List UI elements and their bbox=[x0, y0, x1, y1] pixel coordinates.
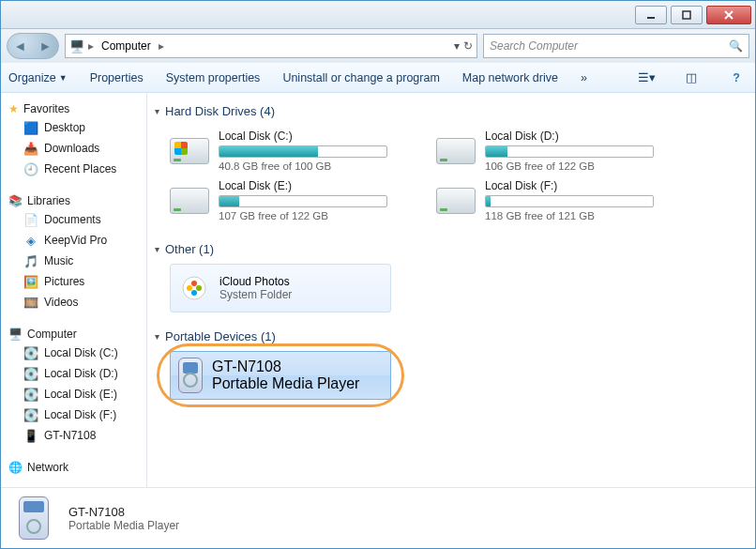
drive-icon: 💽 bbox=[23, 366, 38, 381]
videos-icon: 🎞️ bbox=[23, 295, 38, 310]
drive-free-text: 118 GB free of 121 GB bbox=[485, 210, 680, 221]
drive-free-text: 107 GB free of 122 GB bbox=[219, 210, 414, 221]
details-sub: Portable Media Player bbox=[68, 519, 179, 532]
capacity-bar bbox=[485, 195, 654, 207]
icloud-photos-item[interactable]: iCloud Photos System Folder bbox=[170, 264, 391, 313]
close-button[interactable] bbox=[706, 6, 751, 24]
network-icon: 🌐 bbox=[8, 461, 23, 474]
sidebar-item-keepvid[interactable]: ◈KeepVid Pro bbox=[5, 230, 143, 251]
search-placeholder: Search Computer bbox=[490, 39, 578, 53]
properties-button[interactable]: Properties bbox=[90, 71, 144, 84]
icloud-photos-sub: System Folder bbox=[219, 288, 292, 301]
sidebar-item-desktop[interactable]: 🟦Desktop bbox=[5, 117, 143, 138]
network-label: Network bbox=[27, 461, 68, 474]
sidebar-computer-header[interactable]: 🖥️ Computer bbox=[5, 326, 143, 343]
drive-name: Local Disk (D:) bbox=[485, 130, 680, 143]
libraries-label: Libraries bbox=[27, 194, 70, 207]
capacity-bar bbox=[485, 145, 654, 158]
titlebar bbox=[1, 1, 755, 29]
sidebar-item-drive-f[interactable]: 💽Local Disk (F:) bbox=[5, 404, 143, 425]
capacity-bar bbox=[219, 145, 387, 158]
back-icon: ◄ bbox=[14, 38, 27, 53]
section-other-header[interactable]: Other (1) bbox=[155, 236, 746, 264]
details-title: GT-N7108 bbox=[68, 505, 179, 519]
drive-item[interactable]: Local Disk (C:) 40.8 GB free of 100 GB bbox=[170, 130, 414, 172]
navigation-pane: ★ Favorites 🟦Desktop 📥Downloads 🕘Recent … bbox=[1, 93, 147, 487]
sidebar-favorites-header[interactable]: ★ Favorites bbox=[5, 100, 143, 117]
svg-point-5 bbox=[191, 281, 197, 286]
body: ★ Favorites 🟦Desktop 📥Downloads 🕘Recent … bbox=[1, 93, 755, 487]
drive-icon bbox=[170, 181, 209, 221]
drive-item[interactable]: Local Disk (E:) 107 GB free of 122 GB bbox=[170, 179, 414, 221]
nav-buttons[interactable]: ◄ ► bbox=[7, 33, 59, 59]
capacity-bar bbox=[219, 195, 387, 207]
chevron-right-icon: ▸ bbox=[88, 39, 94, 53]
desktop-icon: 🟦 bbox=[23, 120, 38, 135]
history-dropdown-icon[interactable]: ▾ bbox=[454, 39, 460, 53]
svg-point-8 bbox=[187, 285, 192, 291]
drive-item[interactable]: Local Disk (F:) 118 GB free of 121 GB bbox=[436, 179, 680, 221]
sidebar-item-gtn7108[interactable]: 📱GT-N7108 bbox=[5, 425, 143, 446]
drive-name: Local Disk (F:) bbox=[485, 179, 680, 192]
sidebar-item-documents[interactable]: 📄Documents bbox=[5, 209, 143, 230]
refresh-icon[interactable]: ↻ bbox=[463, 39, 473, 53]
drive-icon: 💽 bbox=[23, 407, 38, 422]
star-icon: ★ bbox=[8, 102, 19, 115]
music-icon: 🎵 bbox=[23, 253, 38, 268]
system-properties-button[interactable]: System properties bbox=[166, 71, 261, 84]
address-row: ◄ ► 🖥️ ▸ Computer ▸ ▾ ↻ Search Computer … bbox=[1, 29, 755, 63]
overflow-icon[interactable]: » bbox=[581, 71, 587, 84]
media-player-icon bbox=[178, 358, 203, 393]
drive-name: Local Disk (E:) bbox=[219, 179, 414, 192]
maximize-button[interactable] bbox=[671, 6, 703, 24]
libraries-icon: 📚 bbox=[8, 194, 23, 207]
sidebar-libraries-header[interactable]: 📚 Libraries bbox=[5, 192, 143, 209]
drive-icon bbox=[436, 131, 476, 171]
sidebar-item-drive-c[interactable]: 💽Local Disk (C:) bbox=[5, 343, 143, 363]
svg-point-6 bbox=[196, 285, 202, 291]
drive-free-text: 40.8 GB free of 100 GB bbox=[219, 160, 414, 172]
keepvid-icon: ◈ bbox=[23, 233, 38, 248]
organize-label: Organize bbox=[8, 71, 56, 84]
uninstall-button[interactable]: Uninstall or change a program bbox=[282, 71, 439, 84]
computer-label: Computer bbox=[27, 328, 77, 341]
drive-icon bbox=[170, 131, 209, 171]
sidebar-item-downloads[interactable]: 📥Downloads bbox=[5, 138, 143, 159]
organize-menu[interactable]: Organize ▼ bbox=[8, 71, 68, 84]
portable-device-item[interactable]: GT-N7108 Portable Media Player bbox=[170, 351, 391, 400]
breadcrumb-computer[interactable]: Computer bbox=[98, 38, 155, 54]
chevron-down-icon: ▼ bbox=[59, 73, 68, 83]
computer-icon: 🖥️ bbox=[69, 39, 84, 53]
view-options-icon[interactable]: ☰▾ bbox=[635, 68, 658, 88]
drive-item[interactable]: Local Disk (D:) 106 GB free of 122 GB bbox=[436, 130, 680, 172]
drive-icon bbox=[436, 181, 476, 221]
explorer-window: ◄ ► 🖥️ ▸ Computer ▸ ▾ ↻ Search Computer … bbox=[0, 0, 756, 549]
address-box[interactable]: 🖥️ ▸ Computer ▸ ▾ ↻ bbox=[65, 34, 477, 58]
sidebar-item-pictures[interactable]: 🖼️Pictures bbox=[5, 271, 143, 292]
drive-free-text: 106 GB free of 122 GB bbox=[485, 160, 680, 172]
minimize-button[interactable] bbox=[635, 6, 667, 24]
sidebar-item-drive-e[interactable]: 💽Local Disk (E:) bbox=[5, 384, 143, 404]
sidebar-item-recent[interactable]: 🕘Recent Places bbox=[5, 159, 143, 179]
command-bar: Organize ▼ Properties System properties … bbox=[1, 63, 755, 93]
drives-grid: Local Disk (C:) 40.8 GB free of 100 GB L… bbox=[155, 126, 746, 236]
chevron-right-icon: ▸ bbox=[159, 39, 164, 53]
sidebar-network-header[interactable]: 🌐 Network bbox=[5, 459, 143, 476]
forward-icon: ► bbox=[39, 38, 53, 53]
sidebar-item-videos[interactable]: 🎞️Videos bbox=[5, 292, 143, 313]
svg-rect-1 bbox=[683, 11, 690, 19]
help-icon[interactable]: ? bbox=[725, 68, 748, 88]
section-portable-header[interactable]: Portable Devices (1) bbox=[155, 324, 746, 351]
device-icon: 📱 bbox=[23, 428, 38, 443]
drive-name: Local Disk (C:) bbox=[219, 130, 414, 143]
sidebar-item-drive-d[interactable]: 💽Local Disk (D:) bbox=[5, 363, 143, 384]
search-input[interactable]: Search Computer 🔍 bbox=[483, 34, 749, 58]
icloud-photos-name: iCloud Photos bbox=[219, 275, 292, 288]
preview-pane-icon[interactable]: ◫ bbox=[680, 68, 703, 88]
map-drive-button[interactable]: Map network drive bbox=[462, 71, 558, 84]
pictures-icon: 🖼️ bbox=[23, 274, 38, 289]
sidebar-item-music[interactable]: 🎵Music bbox=[5, 251, 143, 271]
section-hdd-header[interactable]: Hard Disk Drives (4) bbox=[155, 99, 746, 126]
details-pane: GT-N7108 Portable Media Player bbox=[1, 487, 755, 548]
favorites-label: Favorites bbox=[23, 102, 69, 115]
